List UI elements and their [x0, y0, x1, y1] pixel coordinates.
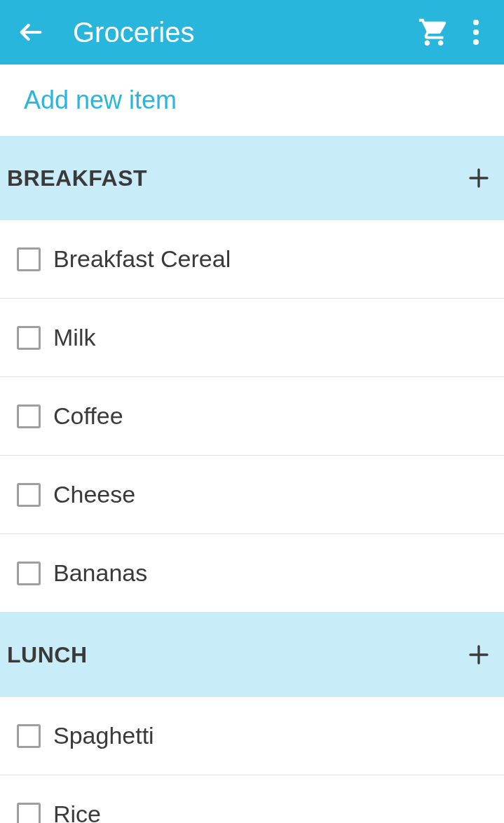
page-title: Groceries [73, 17, 414, 48]
item-label: Coffee [53, 402, 123, 430]
section-title: BREAKFAST [7, 165, 147, 191]
svg-point-2 [473, 39, 479, 45]
checkbox[interactable] [17, 326, 41, 350]
checkbox[interactable] [17, 562, 41, 585]
list-item[interactable]: Milk [0, 299, 504, 377]
plus-icon [466, 165, 491, 191]
svg-point-1 [473, 29, 479, 35]
app-header: Groceries [0, 0, 504, 64]
plus-icon [466, 642, 491, 667]
item-label: Breakfast Cereal [53, 245, 231, 273]
list-item[interactable]: Cheese [0, 456, 504, 534]
checkbox[interactable] [17, 483, 41, 507]
item-label: Milk [53, 324, 95, 351]
cart-button[interactable] [414, 13, 454, 52]
list-item[interactable]: Breakfast Cereal [0, 220, 504, 299]
list-item[interactable]: Rice [0, 775, 504, 823]
list-item[interactable]: Spaghetti [0, 697, 504, 775]
cart-icon [418, 16, 450, 48]
item-label: Bananas [53, 559, 147, 587]
arrow-left-icon [17, 18, 45, 46]
list-item[interactable]: Coffee [0, 377, 504, 456]
more-vert-icon [473, 20, 479, 45]
add-new-item-button[interactable]: Add new item [0, 64, 504, 136]
checkbox[interactable] [17, 404, 41, 428]
section-header-lunch: LUNCH [0, 613, 504, 697]
add-lunch-item-button[interactable] [462, 638, 496, 672]
section-title: LUNCH [7, 642, 87, 668]
add-breakfast-item-button[interactable] [462, 161, 496, 195]
list-item[interactable]: Bananas [0, 534, 504, 613]
checkbox[interactable] [17, 247, 41, 271]
item-label: Rice [53, 801, 101, 823]
svg-point-0 [473, 20, 479, 25]
overflow-menu-button[interactable] [459, 13, 493, 52]
item-label: Cheese [53, 481, 135, 508]
back-button[interactable] [11, 13, 50, 52]
item-label: Spaghetti [53, 722, 154, 749]
checkbox[interactable] [17, 724, 41, 748]
checkbox[interactable] [17, 803, 41, 824]
section-header-breakfast: BREAKFAST [0, 136, 504, 220]
